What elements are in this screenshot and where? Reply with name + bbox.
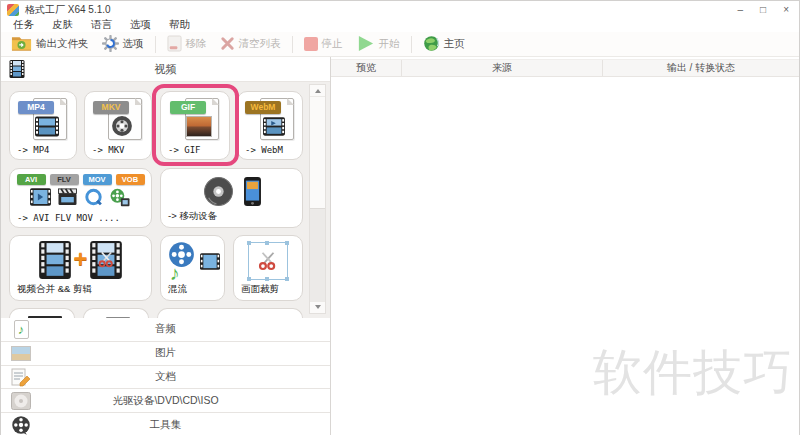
column-output-status: 输出 / 转换状态 [603,60,799,76]
scrollbar-thumb[interactable] [310,208,325,301]
mobile-label: -> 移动设备 [168,210,217,223]
stop-button[interactable]: 停止 [298,36,349,52]
toolbar: 输出文件夹 选项 移除 清空列表 停止 [1,32,799,56]
partial-button[interactable] [9,308,75,318]
format-grid: MP4 -> MP4 MKV -> MKV [1,82,330,318]
stop-icon [304,37,318,51]
play-icon [356,34,375,55]
options-button[interactable]: 选项 [96,34,150,55]
titlebar: 格式工厂 X64 5.1.0 – □ × [1,1,799,17]
category-list: ♪ 音频 图片 文档 光驱设备\DVD\CD\IS [1,318,330,435]
convert-to-webm-button[interactable]: WebM -> WebM [237,91,303,160]
video-header-label: 视频 [155,62,177,77]
category-toolkit[interactable]: 工具集 [1,413,330,435]
scroll-down-button[interactable] [310,301,325,313]
window-title: 格式工厂 X64 5.1.0 [25,3,111,17]
mkv-label: -> MKV [92,145,125,155]
start-button[interactable]: 开始 [350,33,406,56]
video-join-label: 视频合并 && 剪辑 [17,283,92,296]
document-pencil-icon [10,366,32,387]
filmstrip-icon [39,241,71,283]
scroll-up-button[interactable] [310,85,325,97]
column-preview: 预览 [331,60,402,76]
category-document[interactable]: 文档 [1,366,330,390]
film-icon [30,188,51,211]
partial-button[interactable] [157,308,303,318]
category-video[interactable]: 视频 [1,57,330,82]
watermark-text: 软件技巧 [593,340,793,406]
remove-label: 移除 [186,37,207,51]
convert-to-mobile-device-button[interactable]: -> 移动设备 [160,168,303,228]
category-picture-label: 图片 [155,346,176,360]
category-picture[interactable]: 图片 [1,342,330,366]
clear-x-icon [220,36,235,53]
toolbar-separator [155,36,156,53]
crop-button[interactable]: 画面裁剪 [233,235,303,301]
menu-help[interactable]: 帮助 [160,18,199,32]
merge-icons: + [10,241,151,283]
reel-film-icon [109,188,131,211]
menu-language[interactable]: 语言 [82,18,121,32]
quicktime-icon [84,188,103,211]
mkv-badge: MKV [93,101,129,114]
sidebar: 视频 MP4 -> MP4 MKV [1,57,331,435]
plus-icon: + [73,241,87,277]
task-list-panel: 预览 来源 输出 / 转换状态 软件技巧 [331,57,799,435]
flv-badge: FLV [50,174,79,185]
output-folder-button[interactable]: 输出文件夹 [5,34,95,54]
globe-icon [423,35,440,54]
category-disc-device[interactable]: 光驱设备\DVD\CD\ISO [1,389,330,413]
triangle-up-icon [315,86,321,93]
webm-badge: WebM [245,101,281,114]
grid-scrollbar[interactable] [309,84,326,314]
disc-icon [203,176,234,211]
category-document-label: 文档 [155,370,176,384]
filmstrip-icon [9,60,25,80]
convert-to-mkv-button[interactable]: MKV -> MKV [84,91,152,160]
home-button[interactable]: 主页 [417,34,471,55]
picture-icon [10,343,32,364]
mp4-badge: MP4 [18,101,54,114]
mkv-file-icon: MKV [93,97,143,143]
remove-button[interactable]: 移除 [161,34,213,55]
category-toolkit-label: 工具集 [150,418,182,432]
toolbar-separator [292,36,293,53]
category-audio-label: 音频 [155,322,176,336]
convert-to-avi-flv-mov-button[interactable]: AVI FLV MOV VOB -> AVI FLV MOV .... [9,168,152,228]
menu-skin[interactable]: 皮肤 [43,18,82,32]
minimize-button[interactable]: – [738,5,744,15]
menu-task[interactable]: 任务 [4,18,43,32]
mp4-file-icon: MP4 [18,97,68,143]
category-audio[interactable]: ♪ 音频 [1,318,330,342]
task-list-body[interactable]: 软件技巧 [331,77,799,435]
clear-list-label: 清空列表 [239,37,281,51]
partial-button[interactable] [83,308,149,318]
crop-frame-icon [248,242,288,280]
avi-label: -> AVI FLV MOV .... [17,213,120,223]
video-join-clip-button[interactable]: + 视频合并 && 剪辑 [9,235,152,301]
mp4-label: -> MP4 [17,145,50,155]
convert-to-mp4-button[interactable]: MP4 -> MP4 [9,91,77,160]
mov-badge: MOV [83,174,112,185]
vob-badge: VOB [116,174,145,185]
output-folder-label: 输出文件夹 [36,37,89,51]
clear-list-button[interactable]: 清空列表 [214,35,287,54]
column-source: 来源 [402,60,603,76]
app-icon [7,4,19,16]
webm-file-icon: WebM [245,97,295,143]
avi-badge: AVI [17,174,46,185]
folder-icon [11,35,32,53]
webm-label: -> WebM [245,145,283,155]
home-label: 主页 [444,37,465,51]
maximize-button[interactable]: □ [760,5,766,15]
close-button[interactable]: × [783,5,789,15]
mux-button[interactable]: ♪ 混流 [160,235,225,301]
format-factory-window: 格式工厂 X64 5.1.0 – □ × 任务 皮肤 语言 选项 帮助 输出文件… [0,0,800,435]
phone-icon [244,177,261,210]
disc-drive-icon [10,390,32,411]
format-badges: AVI FLV MOV VOB [10,174,151,185]
film-reel-icon [10,414,32,435]
gear-icon [102,35,119,54]
menu-options[interactable]: 选项 [121,18,160,32]
menubar: 任务 皮肤 语言 选项 帮助 [1,17,799,32]
